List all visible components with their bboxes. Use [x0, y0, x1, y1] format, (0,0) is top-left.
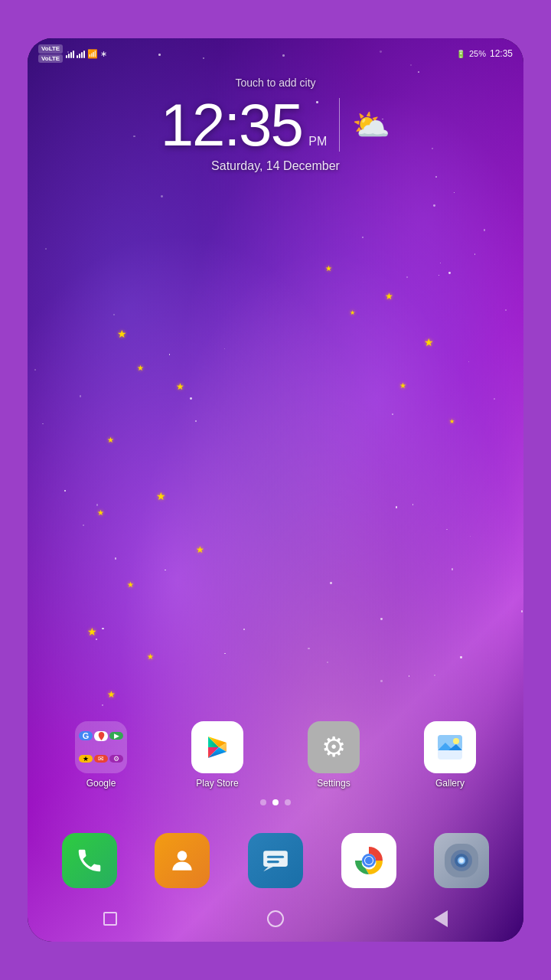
- dock-contacts[interactable]: [155, 833, 210, 888]
- nav-bar: [28, 896, 523, 942]
- weather-icon: ⛅: [352, 107, 390, 143]
- add-city-text[interactable]: Touch to add city: [28, 77, 523, 89]
- folder-app-4: ★: [79, 755, 93, 763]
- status-left: VoLTE VoLTE 📶 ∗: [38, 44, 107, 63]
- clock-date: Saturday, 14 December: [28, 159, 523, 173]
- chrome-icon: [352, 844, 386, 877]
- svg-point-24: [459, 858, 464, 863]
- messages-icon: [261, 846, 290, 875]
- folder-app-maps: [94, 731, 108, 741]
- phone-icon: [75, 846, 104, 875]
- battery-percent: 25%: [469, 49, 486, 58]
- wifi-icon: 📶: [87, 49, 98, 59]
- apps-row: G ▶ ★ ✉ ⚙ Google: [28, 721, 523, 789]
- volte1-badge: VoLTE: [38, 44, 63, 54]
- dock-messages[interactable]: [248, 833, 303, 888]
- clock-divider: [339, 98, 340, 152]
- page-dots: [28, 799, 523, 805]
- svg-point-10: [453, 738, 459, 744]
- gallery-label: Gallery: [435, 778, 465, 789]
- signal-bar-2: [77, 49, 85, 58]
- home-icon: [267, 910, 284, 927]
- dock-chrome[interactable]: [341, 833, 396, 888]
- page-dot-2[interactable]: [272, 799, 279, 805]
- settings-icon[interactable]: ⚙: [308, 721, 360, 773]
- svg-point-11: [178, 851, 187, 861]
- bluetooth-icon: ∗: [100, 49, 107, 59]
- clock-area: Touch to add city 12:35 PM ⛅ Saturday, 1…: [28, 77, 523, 173]
- google-folder-item[interactable]: G ▶ ★ ✉ ⚙ Google: [75, 721, 127, 789]
- folder-app-5: ✉: [94, 755, 108, 763]
- status-right: 🔋 25% 12:35: [456, 48, 513, 59]
- svg-point-19: [365, 857, 373, 864]
- volte2-badge: VoLTE: [38, 54, 63, 64]
- gear-icon: ⚙: [321, 731, 346, 763]
- gallery-logo: [433, 730, 467, 764]
- home-button[interactable]: [259, 902, 292, 936]
- phone-frame: ★★★★★★★★★★★★★★★★★ VoLTE VoLTE 📶 ∗ 🔋 25%: [28, 38, 523, 942]
- recents-button[interactable]: [93, 902, 127, 936]
- dock-camera[interactable]: [434, 833, 489, 888]
- svg-rect-14: [267, 856, 284, 858]
- svg-rect-15: [267, 861, 279, 863]
- time-display: 12:35: [490, 48, 513, 59]
- signal-bar-1: [66, 49, 74, 58]
- battery-icon: 🔋: [456, 50, 465, 58]
- google-folder-icon[interactable]: G ▶ ★ ✉ ⚙: [75, 721, 127, 773]
- gallery-icon[interactable]: [424, 721, 476, 773]
- clock-row: 12:35 PM ⛅: [28, 95, 523, 155]
- recents-icon: [103, 912, 117, 926]
- page-dot-1[interactable]: [260, 799, 266, 805]
- play-store-icon[interactable]: [191, 721, 243, 773]
- svg-rect-12: [263, 851, 288, 867]
- contacts-icon: [168, 846, 197, 875]
- dock: [28, 833, 523, 888]
- dock-phone[interactable]: [62, 833, 117, 888]
- folder-app-6: ⚙: [109, 755, 123, 763]
- play-store-logo: [202, 732, 233, 763]
- google-label: Google: [86, 778, 116, 789]
- svg-marker-13: [263, 867, 273, 871]
- page-dot-3[interactable]: [285, 799, 291, 805]
- back-icon: [434, 910, 448, 927]
- signal-icons: 📶 ∗: [66, 49, 107, 59]
- play-store-item[interactable]: Play Store: [191, 721, 243, 789]
- status-bar: VoLTE VoLTE 📶 ∗ 🔋 25% 12:35: [28, 38, 523, 69]
- camera-icon: [445, 844, 478, 877]
- settings-item[interactable]: ⚙ Settings: [308, 721, 360, 789]
- gallery-item[interactable]: Gallery: [424, 721, 476, 789]
- clock-time: 12:35 PM: [161, 95, 328, 155]
- folder-app-3: ▶: [109, 732, 123, 740]
- folder-app-google: G: [79, 731, 93, 740]
- settings-label: Settings: [317, 778, 350, 789]
- wallpaper: [28, 38, 523, 942]
- play-store-label: Play Store: [196, 778, 238, 789]
- back-button[interactable]: [424, 902, 458, 936]
